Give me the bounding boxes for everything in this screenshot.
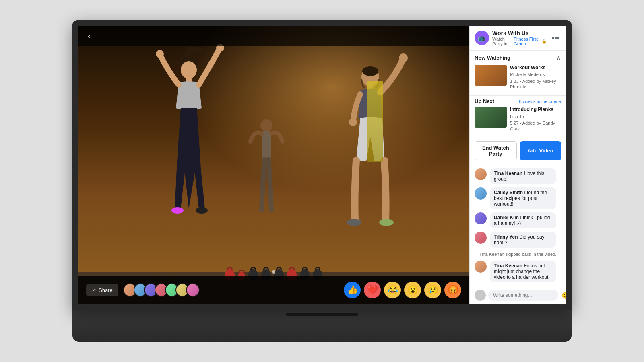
lock-icon: 🔒 xyxy=(541,39,547,44)
now-watching-info: Workout Works Michelle Mederos 1:33 • Ad… xyxy=(510,65,561,90)
sender-calley-1: Calley Smith xyxy=(494,190,523,195)
chat-message-5: Tina Keenan Focus or I might just change… xyxy=(475,261,561,282)
sender-tifany: Tifany Yen xyxy=(494,234,518,240)
collapse-button[interactable]: ∧ xyxy=(556,54,561,62)
chat-input-icons: 🙂 □ ▷ xyxy=(561,291,566,300)
now-watching-section: Now Watching ∧ Workout Works Michelle Me… xyxy=(470,51,566,96)
chat-avatar-tina xyxy=(475,168,487,180)
sender-tina-1: Tina Keenan xyxy=(494,171,522,176)
reaction-wow[interactable]: 😮 xyxy=(404,282,421,298)
up-next-section: Up Next 8 videos in the queue Introducin… xyxy=(470,96,566,137)
laptop-notch xyxy=(286,313,358,316)
sidebar: 📺 Work With Us Watch Party in Fitness Fi… xyxy=(469,26,566,304)
up-next-label: Up Next xyxy=(475,98,494,104)
bottom-bar: ↗ Share 👍 xyxy=(78,276,469,304)
chat-bubble-1: Tina Keenan I love this group! xyxy=(490,168,556,184)
reaction-sad[interactable]: 😢 xyxy=(424,282,441,298)
now-watching-meta1: Michelle Mederos xyxy=(510,72,561,77)
subtitle-prefix: Watch Party in xyxy=(492,37,512,46)
chat-bubble-3: Daniel Kim I think I pulled a hammy! ;-) xyxy=(490,212,556,228)
reaction-like[interactable]: 👍 xyxy=(344,282,361,298)
action-buttons: End Watch Party Add Video xyxy=(470,137,566,165)
video-panel: ‹ ↗ Share xyxy=(78,26,469,304)
share-button[interactable]: ↗ Share xyxy=(86,284,118,296)
watch-party-subtitle: Watch Party in Fitness First Group 🔒 xyxy=(492,37,547,46)
chat-avatar-calley xyxy=(475,187,487,200)
up-next-meta1: Lisa To xyxy=(510,114,561,119)
chat-avatar-daniel xyxy=(475,212,487,224)
laptop-base xyxy=(72,310,572,342)
sidebar-header-text: Work With Us Watch Party in Fitness Firs… xyxy=(492,30,547,46)
sidebar-header: 📺 Work With Us Watch Party in Fitness Fi… xyxy=(470,26,566,51)
screen-content: ‹ ↗ Share xyxy=(78,26,566,304)
now-watching-meta2: 1:33 • Added by Mickey Phoenix xyxy=(510,78,561,90)
chat-avatar-tina-2 xyxy=(475,261,487,273)
now-watching-label: Now Watching xyxy=(475,55,510,61)
chat-input[interactable] xyxy=(488,290,558,301)
section-title-row: Now Watching ∧ xyxy=(475,54,561,62)
back-button[interactable]: ‹ xyxy=(85,30,94,42)
now-watching-title: Workout Works xyxy=(510,65,561,71)
up-next-row: Up Next 8 videos in the queue xyxy=(475,98,561,104)
chat-self-avatar xyxy=(475,290,486,301)
queue-link[interactable]: 8 videos in the queue xyxy=(519,99,561,104)
reaction-haha[interactable]: 😂 xyxy=(384,282,401,298)
chat-message-2: Calley Smith I found the best recipes fo… xyxy=(475,187,561,209)
chat-message-3: Daniel Kim I think I pulled a hammy! ;-) xyxy=(475,212,561,228)
group-link[interactable]: Fitness First Group xyxy=(514,37,540,46)
up-next-meta2: 5:27 • Added by Candy Gray xyxy=(510,120,561,132)
chat-bubble-5: Tina Keenan Focus or I might just change… xyxy=(490,261,556,282)
watch-party-title: Work With Us xyxy=(492,30,547,37)
system-message-skip: Tina Keenan skipped back in the video. xyxy=(475,251,561,257)
up-next-info: Introducing Planks Lisa To 5:27 • Added … xyxy=(510,107,561,132)
laptop-lid: ‹ ↗ Share xyxy=(72,20,572,310)
viewer-avatar-7 xyxy=(186,283,200,297)
add-video-button[interactable]: Add Video xyxy=(520,141,561,160)
chat-bubble-4: Tifany Yen Did you say ham!? xyxy=(490,232,556,248)
chat-area: Tina Keenan I love this group! Calley Sm… xyxy=(470,165,566,286)
up-next-title: Introducing Planks xyxy=(510,107,561,113)
chat-bubble-2: Calley Smith I found the best recipes fo… xyxy=(490,187,556,209)
chat-message-1: Tina Keenan I love this group! xyxy=(475,168,561,184)
now-watching-item: Workout Works Michelle Mederos 1:33 • Ad… xyxy=(475,65,561,90)
video-dot xyxy=(272,270,275,274)
watch-party-icon: 📺 xyxy=(475,31,489,45)
chat-input-area: 🙂 □ ▷ xyxy=(470,286,566,304)
screen: ‹ ↗ Share xyxy=(78,26,566,304)
more-button[interactable]: ••• xyxy=(550,32,561,44)
chat-message-4: Tifany Yen Did you say ham!? xyxy=(475,232,561,248)
top-bar: ‹ xyxy=(78,26,469,46)
share-label: Share xyxy=(99,287,113,293)
reactions-row: 👍 ❤️ 😂 😮 😢 😡 xyxy=(344,282,461,298)
up-next-item: Introducing Planks Lisa To 5:27 • Added … xyxy=(475,107,561,132)
emoji-icon[interactable]: 🙂 xyxy=(561,291,566,300)
viewer-avatars xyxy=(123,283,200,297)
up-next-thumb xyxy=(475,107,507,128)
sender-daniel: Daniel Kim xyxy=(494,215,519,220)
end-party-button[interactable]: End Watch Party xyxy=(475,141,517,160)
now-watching-thumb xyxy=(475,65,507,86)
reaction-angry[interactable]: 😡 xyxy=(444,282,461,298)
chat-avatar-tifany xyxy=(475,232,487,244)
gym-wall xyxy=(78,26,469,272)
share-icon: ↗ xyxy=(92,287,96,293)
laptop: ‹ ↗ Share xyxy=(72,20,572,342)
sender-tina-2: Tina Keenan xyxy=(494,263,522,269)
reaction-heart[interactable]: ❤️ xyxy=(364,282,381,298)
